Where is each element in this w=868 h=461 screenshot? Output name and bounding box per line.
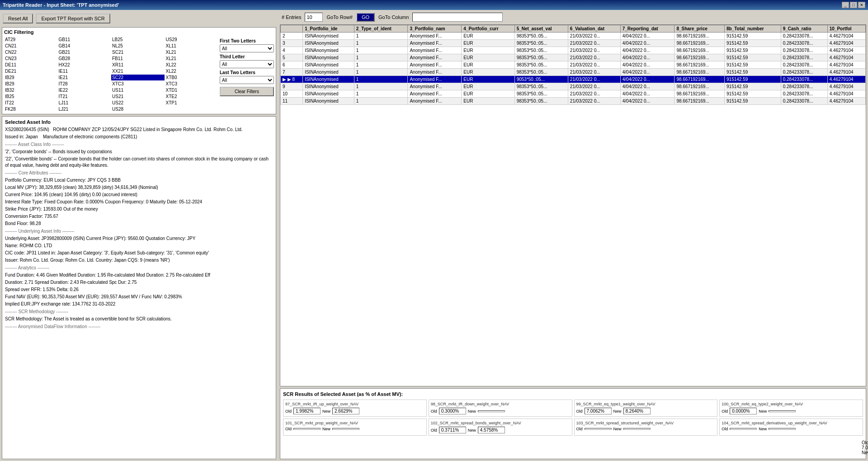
cic-title: CIC Filtering xyxy=(4,29,274,35)
cic-item[interactable]: XTE2 xyxy=(165,94,218,99)
cic-item[interactable]: IB29 xyxy=(4,81,57,87)
cic-item[interactable]: US29 xyxy=(165,37,218,42)
clear-filters-button[interactable]: Clear Filters xyxy=(220,87,274,96)
cic-item[interactable]: LB25 xyxy=(111,37,165,42)
cic-item[interactable]: GB14 xyxy=(58,43,111,49)
table-cell: 4.46279104 xyxy=(827,47,865,54)
table-cell: 11 xyxy=(281,98,303,105)
table-row[interactable]: 10ISINAnonymised1Anonymised F...EUR98353… xyxy=(281,90,866,98)
scr-values: Old 1.9982% New 2.6629% xyxy=(285,408,425,414)
cic-item[interactable]: IT21 xyxy=(58,94,111,99)
cic-item[interactable]: LJ21 xyxy=(58,106,111,112)
cic-item[interactable]: XL22 xyxy=(165,62,218,68)
table-cell: 0.284233078... xyxy=(781,90,827,98)
cic-item[interactable]: IB25 xyxy=(4,94,57,99)
cic-item[interactable]: XL21 xyxy=(165,56,218,61)
close-button[interactable]: ✕ xyxy=(858,2,865,8)
table-cell: 3 xyxy=(281,40,303,47)
cic-item[interactable]: IE11 xyxy=(58,68,111,74)
cic-item[interactable]: SC21 xyxy=(111,49,165,55)
cic-item[interactable]: DE21 xyxy=(4,68,57,74)
cic-item[interactable] xyxy=(165,106,218,112)
cic-item[interactable]: IE21 xyxy=(58,75,111,80)
cic-item[interactable]: AT29 xyxy=(4,37,57,42)
cic-item[interactable]: XTB0 xyxy=(165,75,218,80)
scr-item-title: 100_SCR_mrkt_eq_type2_weight_over_NAV xyxy=(722,402,861,406)
first-two-select[interactable]: All xyxy=(220,44,274,52)
reset-all-button[interactable]: Reset All xyxy=(3,14,33,24)
cic-item[interactable]: US22 xyxy=(111,100,165,106)
table-cell: Anonymised F... xyxy=(408,90,462,98)
cic-item[interactable]: GB28 xyxy=(58,56,111,61)
maximize-button[interactable]: □ xyxy=(850,2,857,8)
scr-old-label: Old xyxy=(722,427,728,431)
table-cell: 0.284233078... xyxy=(781,76,827,83)
table-cell: 0.284233078... xyxy=(781,54,827,61)
scr-item-title: 102_SCR_mrkt_spread_bonds_weight_over_NA… xyxy=(431,421,570,425)
cic-item[interactable]: XTC3 xyxy=(165,81,218,87)
table-row[interactable]: 9ISINAnonymised1Anonymised F...EUR98353*… xyxy=(281,83,866,90)
last-two-select[interactable]: All xyxy=(220,76,274,84)
go-button[interactable]: GO xyxy=(356,13,375,22)
cic-item[interactable]: FB11 xyxy=(111,56,165,61)
minimize-button[interactable]: _ xyxy=(842,2,849,8)
table-row[interactable]: ▶ 8ISINAnonymised1Anonymised F...EUR9053… xyxy=(281,76,866,83)
cic-item[interactable]: DE11 xyxy=(4,62,57,68)
table-row[interactable]: 6ISINAnonymised1Anonymised F...EUR98353*… xyxy=(281,61,866,69)
scr-new-label: New xyxy=(322,409,330,414)
cic-item[interactable]: CN22 xyxy=(4,49,57,55)
cic-item[interactable]: GB21 xyxy=(58,49,111,55)
cic-item[interactable]: XL21 xyxy=(165,49,218,55)
table-cell: EUR xyxy=(462,54,514,61)
cic-item[interactable]: GB11 xyxy=(58,37,111,42)
title-bar: Tripartite Reader - Input Sheet: 'TPT an… xyxy=(0,0,868,10)
table-row[interactable]: 2ISINAnonymised1Anonymised F...EUR98353*… xyxy=(281,33,866,40)
table-cell: EUR xyxy=(462,90,514,98)
table-row[interactable]: 5ISINAnonymised1Anonymised F...EUR98353*… xyxy=(281,54,866,61)
cic-item[interactable]: XL22 xyxy=(165,68,218,74)
cic-item[interactable]: XL11 xyxy=(165,43,218,49)
cic-item[interactable]: IE22 xyxy=(58,87,111,93)
cic-item[interactable]: HX22 xyxy=(58,62,111,68)
asset-info-title: Selected Asset Info xyxy=(5,119,273,125)
cic-item[interactable]: IT22 xyxy=(4,100,57,106)
export-button[interactable]: Export TPT Report with SCR xyxy=(36,14,110,24)
table-cell: Anonymised F... xyxy=(408,33,462,40)
table-row[interactable]: 7ISINAnonymised1Anonymised F...EUR98353*… xyxy=(281,69,866,76)
cic-item[interactable]: NL25 xyxy=(111,43,165,49)
third-letter-select[interactable]: All xyxy=(220,60,274,68)
cic-item[interactable]: CN23 xyxy=(4,56,57,61)
table-col-header: 6_Valuation_dat xyxy=(568,25,620,33)
cic-item[interactable]: LJ11 xyxy=(58,100,111,106)
table-cell: 98353*50.:05... xyxy=(514,90,568,98)
cic-item[interactable]: XTD1 xyxy=(165,87,218,93)
column-input[interactable] xyxy=(412,13,503,22)
table-row[interactable]: 11ISINAnonymised1Anonymised F...EUR98353… xyxy=(281,98,866,105)
cic-item[interactable]: IB29 xyxy=(4,75,57,80)
table-col-header: 5_Net_asset_val xyxy=(514,25,568,33)
cic-item[interactable]: FK28 xyxy=(4,106,57,112)
section-divider: -------- Asset Class Info -------- xyxy=(5,142,273,147)
cic-item[interactable]: XX21 xyxy=(111,68,165,74)
cic-item[interactable]: SC22 xyxy=(111,75,165,80)
cic-item[interactable]: US11 xyxy=(111,87,165,93)
cic-item[interactable]: CN21 xyxy=(4,43,57,49)
table-cell: 4/04/2022 0... xyxy=(620,98,675,105)
cic-item[interactable]: XTC3 xyxy=(111,81,165,87)
table-cell: 4.46279104 xyxy=(827,54,865,61)
toolbar: Reset All Export TPT Report with SCR xyxy=(2,12,276,25)
cic-item[interactable]: US28 xyxy=(111,106,165,112)
cic-item[interactable]: XR11 xyxy=(111,62,165,68)
table-cell: ISINAnonymised xyxy=(303,76,354,83)
cic-item[interactable]: XTP1 xyxy=(165,100,218,106)
cic-item[interactable]: US21 xyxy=(111,94,165,99)
entries-input[interactable] xyxy=(305,13,323,22)
cic-item[interactable]: IB32 xyxy=(4,87,57,93)
cic-item[interactable]: IT28 xyxy=(58,81,111,87)
table-cell: 98.667192169... xyxy=(675,98,725,105)
table-cell: ISINAnonymised xyxy=(303,54,354,61)
table-row[interactable]: 4ISINAnonymised1Anonymised F...EUR98353*… xyxy=(281,47,866,54)
table-row[interactable]: 3ISINAnonymised1Anonymised F...EUR98353*… xyxy=(281,40,866,47)
table-cell: 98.667192169... xyxy=(675,76,725,83)
table-cell: 4/04/2022 0... xyxy=(620,47,675,54)
